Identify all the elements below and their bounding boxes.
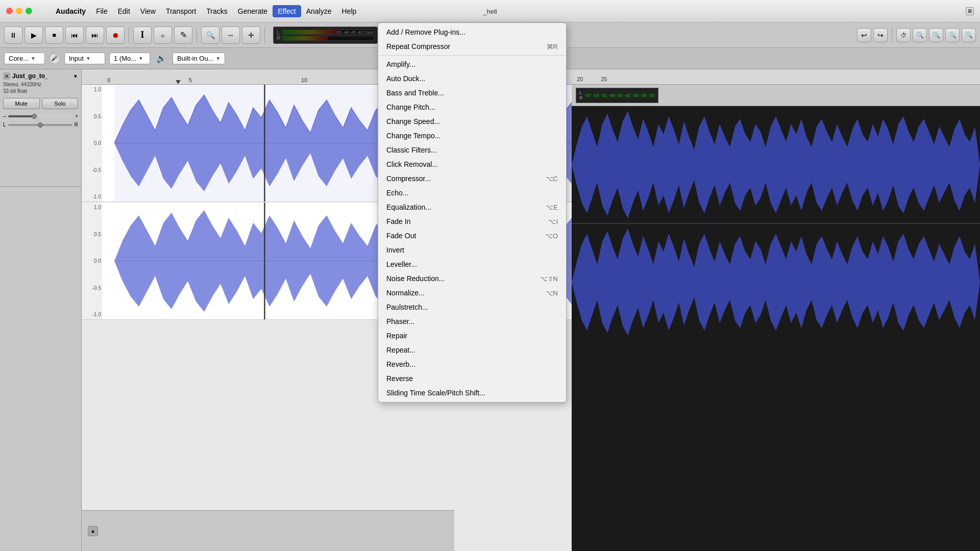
skip-forward-icon: ⏭ [91, 31, 99, 39]
menu-auto-duck[interactable]: Auto Duck... [378, 71, 566, 86]
selection-tool-button[interactable]: I [133, 27, 152, 44]
zoom-tool-button[interactable]: 🔍 [201, 27, 219, 44]
menu-equalization[interactable]: Equalization... ⌥E [378, 200, 566, 214]
zoom-in-button[interactable]: 🔍 [913, 28, 927, 42]
gain-plus-label: + [75, 113, 78, 119]
menu-fade-in[interactable]: Fade In ⌥I [378, 214, 566, 229]
menu-leveller[interactable]: Leveller... [378, 257, 566, 271]
zoom-selection-button[interactable]: 🔍 [945, 28, 960, 42]
track-1-mute-button[interactable]: Mute [3, 98, 40, 109]
compressor-shortcut: ⌥C [546, 175, 558, 183]
right-vu-meter[interactable]: LR -57 -54 -51 -48 -45 -42 -39 -36 -33 [576, 88, 658, 103]
right-ruler-mark-25: 25 [601, 76, 607, 82]
menu-paulstretch[interactable]: Paulstretch... [378, 300, 566, 314]
output-dropdown[interactable]: Built-in Ou... ▼ [173, 53, 225, 64]
envelope-tool-button[interactable]: ⬦ [154, 27, 172, 44]
separator-3 [264, 28, 265, 43]
menu-item-audacity[interactable]: Audacity [51, 5, 91, 17]
menu-change-tempo[interactable]: Change Tempo... [378, 129, 566, 143]
zoom-fit-button[interactable]: ⏱ [896, 28, 911, 42]
pan-r-label: R [75, 122, 78, 128]
track-1-solo-button[interactable]: Solo [42, 98, 79, 109]
undo-button[interactable]: ↩ [857, 28, 871, 42]
menu-amplify[interactable]: Amplify... [378, 57, 566, 71]
speaker-icon[interactable]: 🔊 [154, 54, 168, 63]
envelope-tool-icon: ⬦ [160, 31, 165, 40]
zoom-out-button[interactable]: 🔍 [929, 28, 943, 42]
track-panel: ✕ Just_go_to_ ▼ Stereo, 44100Hz 32-bit f… [0, 69, 82, 551]
input-dropdown-arrow: ▼ [86, 56, 91, 61]
menu-classic-filters[interactable]: Classic Filters... [378, 143, 566, 157]
menu-item-view[interactable]: View [135, 5, 161, 17]
mono-dropdown[interactable]: 1 (Mo... ▼ [109, 53, 150, 64]
track-1-gain-slider[interactable] [8, 115, 74, 117]
fullscreen-button[interactable] [26, 8, 32, 14]
menu-compressor[interactable]: Compressor... ⌥C [378, 171, 566, 186]
draw-tool-button[interactable]: ✎ [174, 27, 192, 44]
multi-tool-button[interactable]: ✛ [242, 27, 260, 44]
input-dropdown[interactable]: Input ▼ [64, 53, 105, 64]
menu-fade-out[interactable]: Fade Out ⌥O [378, 229, 566, 243]
menu-item-transport[interactable]: Transport [161, 5, 201, 17]
zoom-toggle-button[interactable]: 🔍 [962, 28, 976, 42]
track-1-header: ✕ Just_go_to_ ▼ Stereo, 44100Hz 32-bit f… [0, 69, 81, 187]
menu-item-edit[interactable]: Edit [113, 5, 135, 17]
menubar: Audacity File Edit View Transport Tracks… [0, 0, 980, 22]
track-1-pan-slider[interactable] [8, 124, 72, 126]
track-2-header [0, 187, 81, 299]
play-button[interactable]: ▶ [24, 27, 43, 44]
track-1-title-row: ✕ Just_go_to_ ▼ [3, 72, 78, 80]
stop-button[interactable]: ■ [45, 27, 63, 44]
skip-forward-button[interactable]: ⏭ [86, 27, 104, 44]
effect-menu: Add / Remove Plug-ins... Repeat Compress… [378, 22, 567, 403]
track-1-buttons: Mute Solo [3, 98, 78, 109]
right-panel: 20 25 LR -57 -54 -51 -48 -45 -42 -39 -36… [572, 69, 980, 551]
menu-sliding-time-scale[interactable]: Sliding Time Scale/Pitch Shift... [378, 386, 566, 400]
menu-bass-treble[interactable]: Bass and Treble... [378, 86, 566, 100]
menu-phaser[interactable]: Phaser... [378, 314, 566, 329]
menu-noise-reduction[interactable]: Noise Reduction... ⌥⇧N [378, 271, 566, 286]
menu-change-speed[interactable]: Change Speed... [378, 114, 566, 129]
menu-item-analyze[interactable]: Analyze [301, 5, 337, 17]
timeshift-tool-button[interactable]: ↔ [222, 27, 240, 44]
menu-normalize[interactable]: Normalize... ⌥N [378, 286, 566, 300]
mic-button[interactable]: 🎤 [49, 53, 60, 64]
vu-meter[interactable]: LR -51 -48 -45 -42 Click [273, 27, 378, 44]
redo-button[interactable]: ↪ [873, 28, 888, 42]
menu-invert[interactable]: Invert [378, 243, 566, 257]
menu-reverb[interactable]: Reverb... [378, 357, 566, 371]
skip-back-button[interactable]: ⏮ [65, 27, 84, 44]
menu-item-file[interactable]: File [91, 5, 113, 17]
right-vu-scale: -57 -54 -51 -48 -45 -42 -39 -36 -33 [585, 93, 655, 98]
menu-click-removal[interactable]: Click Removal... [378, 157, 566, 171]
draw-tool-icon: ✎ [180, 30, 187, 40]
menu-item-tracks[interactable]: Tracks [201, 5, 232, 17]
menu-item-generate[interactable]: Generate [233, 5, 273, 17]
menu-change-pitch[interactable]: Change Pitch... [378, 100, 566, 114]
zoom-tool-icon: 🔍 [206, 31, 215, 39]
menu-repair[interactable]: Repair [378, 329, 566, 343]
menu-add-remove-plugins[interactable]: Add / Remove Plug-ins... [378, 25, 566, 39]
core-dropdown[interactable]: Core... ▼ [4, 53, 45, 64]
separator-2 [197, 28, 197, 43]
ruler-mark-10: 10 [301, 77, 307, 83]
scroll-up-button[interactable]: ▲ [88, 526, 98, 536]
menu-repeat-compressor[interactable]: Repeat Compressor ⌘R [378, 39, 566, 54]
menu-item-effect[interactable]: Effect [273, 5, 301, 17]
track-1-pan-row: L R [3, 122, 78, 128]
minimize-button[interactable] [16, 8, 22, 14]
track-1-close-button[interactable]: ✕ [3, 72, 10, 80]
menu-reverse[interactable]: Reverse [378, 371, 566, 386]
menu-item-help[interactable]: Help [337, 5, 362, 17]
menu-repeat[interactable]: Repeat... [378, 343, 566, 357]
menu-divider-1 [378, 55, 566, 56]
menu-echo[interactable]: Echo... [378, 186, 566, 200]
playhead-marker [176, 80, 181, 84]
play-icon: ▶ [31, 31, 37, 39]
track-1-dropdown-arrow[interactable]: ▼ [73, 73, 78, 79]
close-button[interactable] [6, 8, 13, 14]
record-button[interactable]: ⏺ [106, 27, 125, 44]
pause-button[interactable]: ⏸ [4, 27, 22, 44]
window-zoom-icon[interactable]: ⊞ [966, 7, 974, 15]
repeat-compressor-shortcut: ⌘R [547, 43, 558, 51]
